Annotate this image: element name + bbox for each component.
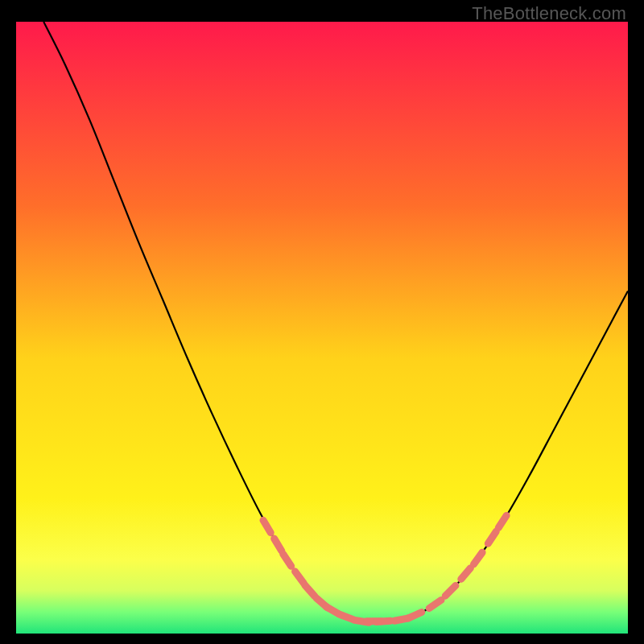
chart-background bbox=[16, 22, 628, 634]
highlight-marker bbox=[376, 621, 390, 621]
chart-svg bbox=[16, 22, 628, 634]
chart-frame bbox=[16, 22, 628, 634]
highlight-marker bbox=[340, 614, 353, 619]
